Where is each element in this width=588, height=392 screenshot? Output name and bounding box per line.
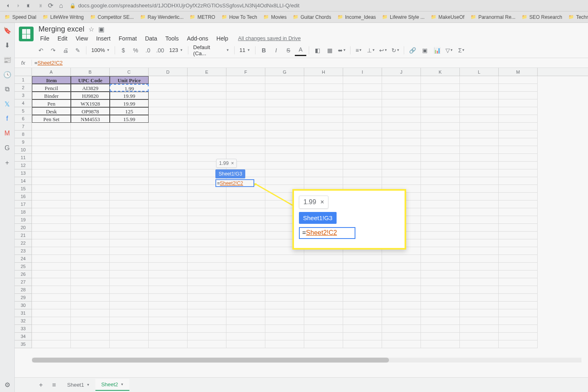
cell[interactable] [460,278,499,286]
cell[interactable] [460,232,499,239]
cell[interactable] [226,333,265,340]
cell[interactable] [226,247,265,255]
cell[interactable] [32,208,71,216]
cell[interactable] [460,224,499,232]
cell[interactable] [32,255,71,263]
bookmark-item[interactable]: 📁How To Tech [219,13,260,21]
cell[interactable] [71,255,110,263]
cell[interactable] [304,325,343,333]
cell[interactable] [499,169,538,177]
cell[interactable] [32,193,71,201]
cell[interactable] [71,340,110,348]
cell[interactable] [460,263,499,270]
cell[interactable] [421,309,460,317]
cell[interactable] [421,247,460,255]
cell[interactable] [226,325,265,333]
cell[interactable] [32,270,71,278]
strike-button[interactable]: S [283,45,294,56]
cell[interactable]: OP9878 [71,107,110,115]
cell[interactable] [110,239,149,247]
cell[interactable] [304,270,343,278]
cell[interactable] [188,255,226,263]
cell[interactable] [188,286,226,294]
cell[interactable] [265,340,304,348]
add-icon[interactable]: + [3,159,11,167]
menu-tools[interactable]: Tools [162,34,182,43]
cell[interactable] [226,302,265,309]
cell[interactable] [188,201,226,208]
cell[interactable] [421,333,460,340]
undo-button[interactable]: ↶ [35,45,47,56]
cell[interactable] [71,232,110,239]
cell[interactable] [499,317,538,325]
cell[interactable] [460,107,499,115]
cell[interactable] [382,154,421,162]
bookmark-item[interactable]: 📁Ray Wenderlic... [137,13,186,21]
cell[interactable] [421,84,460,92]
row-header[interactable]: 21 [15,232,32,239]
cell[interactable] [460,216,499,224]
cell[interactable]: UPC Code [71,76,110,84]
cell[interactable] [149,146,188,154]
cell[interactable] [382,325,421,333]
cell[interactable] [265,309,304,317]
cell[interactable] [421,177,460,185]
cell[interactable] [110,154,149,162]
col-header[interactable]: A [32,68,71,76]
cell[interactable] [421,216,460,224]
cell[interactable] [32,263,71,270]
col-header[interactable]: H [304,68,343,76]
row-header[interactable]: 28 [15,286,32,294]
zoom-select[interactable]: 100%▼ [89,45,112,56]
cell[interactable] [499,162,538,169]
cell[interactable] [149,169,188,177]
cell[interactable]: 19.99 [110,99,149,107]
cell[interactable] [499,208,538,216]
cell[interactable] [499,201,538,208]
row-header[interactable]: 29 [15,294,32,302]
cell[interactable] [460,247,499,255]
cell[interactable] [382,131,421,138]
chart-button[interactable]: 📊 [431,45,443,56]
cell[interactable] [421,201,460,208]
cell[interactable] [32,232,71,239]
cell[interactable] [71,193,110,201]
cell[interactable] [188,247,226,255]
all-sheets-button[interactable]: ≡ [48,379,60,391]
cell[interactable] [460,131,499,138]
h-align-button[interactable]: ≡▼ [353,45,364,56]
cell[interactable] [460,92,499,99]
cell[interactable] [71,302,110,309]
cell[interactable] [32,224,71,232]
back-button[interactable] [2,1,13,11]
cell[interactable] [265,294,304,302]
cell[interactable] [149,239,188,247]
cell[interactable] [149,333,188,340]
cell[interactable] [226,278,265,286]
cell[interactable] [110,193,149,201]
cell[interactable] [32,317,71,325]
row-header[interactable]: 31 [15,309,32,317]
star-icon[interactable]: ☆ [88,25,94,33]
cell[interactable] [421,76,460,84]
cell[interactable] [110,317,149,325]
cell[interactable] [110,270,149,278]
bold-button[interactable]: B [258,45,269,56]
row-header[interactable]: 8 [15,131,32,138]
cell[interactable]: Desk [32,107,71,115]
cell[interactable] [32,131,71,138]
cell[interactable] [265,302,304,309]
cell[interactable] [265,270,304,278]
close-icon[interactable]: × [231,160,234,166]
cell[interactable] [304,286,343,294]
cell[interactable] [304,131,343,138]
cell[interactable] [343,270,382,278]
cell[interactable] [343,138,382,146]
cell[interactable] [149,286,188,294]
cell[interactable] [188,146,226,154]
gmail-icon[interactable]: M [3,129,11,137]
cell[interactable] [188,317,226,325]
cell[interactable] [499,340,538,348]
cell[interactable] [499,115,538,123]
cell[interactable] [343,294,382,302]
